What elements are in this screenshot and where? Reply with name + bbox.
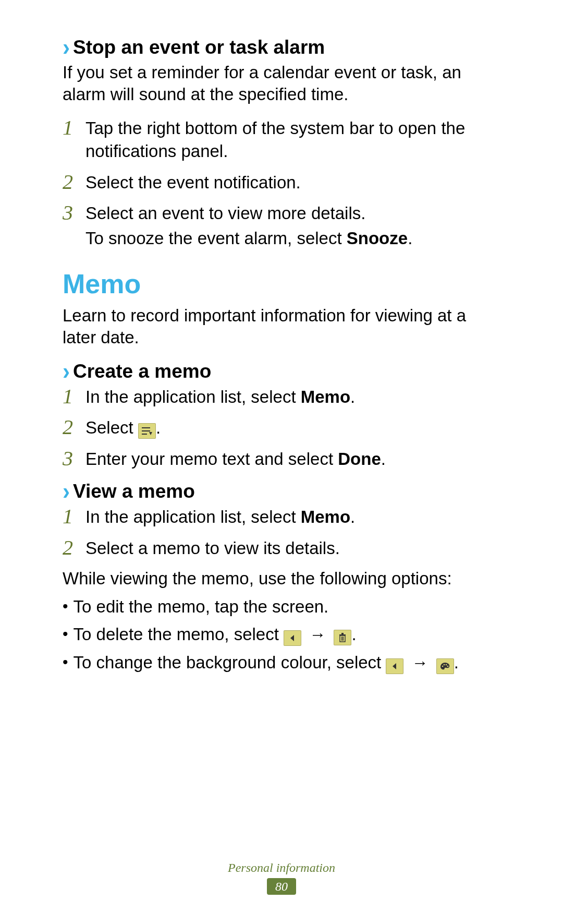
- heading-stop-alarm: › Stop an event or task alarm: [63, 37, 500, 58]
- view-memo-steps: 1 In the application list, select Memo. …: [63, 506, 500, 559]
- bullet-text: To delete the memo, select → .: [74, 622, 357, 647]
- list-item: 3 Enter your memo text and select Done.: [63, 448, 500, 471]
- heading-view-memo-text: View a memo: [73, 481, 195, 502]
- heading-memo: Memo: [63, 268, 500, 299]
- memo-intro: Learn to record important information fo…: [63, 305, 500, 349]
- list-item: 3 Select an event to view more details. …: [63, 202, 500, 249]
- stop-alarm-steps: 1 Tap the right bottom of the system bar…: [63, 117, 500, 249]
- step-text: Tap the right bottom of the system bar t…: [85, 117, 500, 162]
- step-number: 1: [63, 117, 77, 139]
- list-item: 1 Tap the right bottom of the system bar…: [63, 117, 500, 162]
- page-number: 80: [267, 878, 296, 895]
- step-number: 1: [63, 386, 77, 407]
- step-line2: To snooze the event alarm, select Snooze…: [85, 227, 500, 250]
- svg-rect-2: [142, 434, 147, 435]
- heading-create-memo-text: Create a memo: [73, 361, 211, 382]
- list-item: 2 Select .: [63, 416, 500, 439]
- svg-rect-5: [340, 635, 345, 642]
- svg-rect-4: [341, 633, 344, 634]
- svg-rect-1: [142, 430, 150, 431]
- new-memo-icon: [138, 423, 156, 439]
- step-text: Select an event to view more details. To…: [85, 202, 500, 249]
- list-item: • To edit the memo, tap the screen.: [63, 594, 500, 619]
- palette-icon: [436, 658, 454, 674]
- step-number: 2: [63, 416, 77, 438]
- svg-rect-0: [142, 427, 150, 428]
- svg-rect-6: [341, 637, 342, 641]
- bullet-text: To change the background colour, select …: [74, 650, 459, 675]
- back-icon: [386, 658, 403, 674]
- chevron-icon: ›: [63, 479, 70, 503]
- heading-view-memo: › View a memo: [63, 481, 500, 502]
- step-number: 3: [63, 202, 77, 224]
- stop-alarm-intro: If you set a reminder for a calendar eve…: [63, 62, 500, 105]
- bullet-icon: •: [63, 622, 68, 645]
- chevron-icon: ›: [63, 359, 70, 383]
- chevron-icon: ›: [63, 35, 70, 59]
- list-item: 2 Select the event notification.: [63, 171, 500, 194]
- view-options-list: • To edit the memo, tap the screen. • To…: [63, 594, 500, 676]
- list-item: 1 In the application list, select Memo.: [63, 386, 500, 409]
- step-text: Enter your memo text and select Done.: [85, 448, 500, 471]
- step-number: 1: [63, 506, 77, 527]
- step-number: 3: [63, 448, 77, 470]
- footer-section: Personal information: [0, 861, 563, 875]
- step-text: Select .: [85, 416, 500, 439]
- step-text: Select the event notification.: [85, 171, 500, 194]
- arrow-icon: →: [306, 625, 329, 644]
- step-text: Select a memo to view its details.: [85, 537, 500, 560]
- trash-icon: [334, 630, 351, 645]
- svg-point-8: [442, 666, 443, 667]
- svg-point-11: [447, 666, 448, 667]
- bullet-icon: •: [63, 594, 68, 618]
- list-item: 1 In the application list, select Memo.: [63, 506, 500, 529]
- list-item: 2 Select a memo to view its details.: [63, 537, 500, 560]
- step-text: In the application list, select Memo.: [85, 506, 500, 529]
- back-icon: [284, 630, 301, 646]
- heading-create-memo: › Create a memo: [63, 361, 500, 382]
- bullet-text: To edit the memo, tap the screen.: [74, 594, 329, 619]
- step-text: In the application list, select Memo.: [85, 386, 500, 409]
- list-item: • To delete the memo, select → .: [63, 622, 500, 647]
- page-footer: Personal information 80: [0, 861, 563, 895]
- arrow-icon: →: [409, 653, 432, 672]
- list-item: • To change the background colour, selec…: [63, 650, 500, 675]
- step-number: 2: [63, 171, 77, 193]
- svg-point-10: [445, 664, 447, 666]
- bullet-icon: •: [63, 650, 68, 674]
- step-line1: Select an event to view more details.: [85, 203, 365, 223]
- svg-rect-7: [343, 637, 344, 641]
- create-memo-steps: 1 In the application list, select Memo. …: [63, 386, 500, 471]
- heading-stop-alarm-text: Stop an event or task alarm: [73, 37, 325, 58]
- step-number: 2: [63, 537, 77, 559]
- view-options-intro: While viewing the memo, use the followin…: [63, 568, 500, 590]
- svg-point-9: [443, 664, 445, 666]
